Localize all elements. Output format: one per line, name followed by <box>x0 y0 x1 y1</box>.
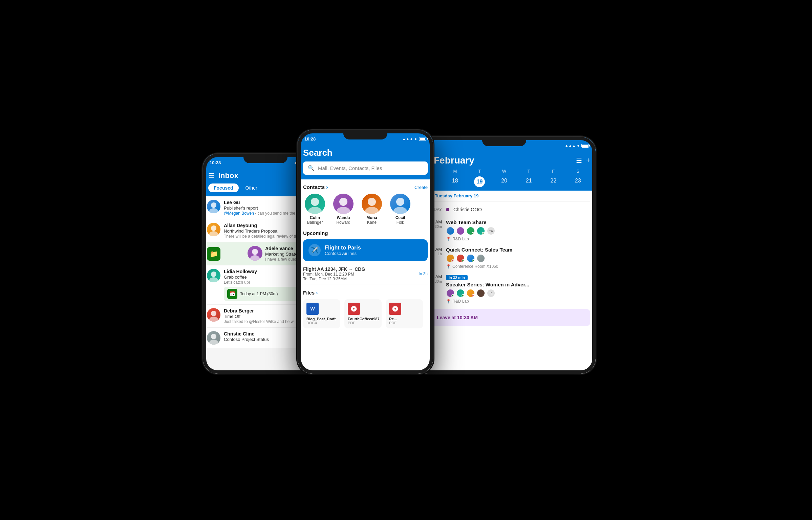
attendee-avatar <box>446 254 455 263</box>
file-name: Blog_Post_Draft <box>306 317 337 321</box>
today-label: Today • Tuesday February 19 <box>418 191 590 201</box>
tab-focused[interactable]: Focused <box>208 183 239 192</box>
event-quick-connect[interactable]: 9:00 AM 1h Quick Connect: Sales Team <box>418 247 590 269</box>
cal-date-19-wrapper[interactable]: 19 <box>467 176 492 187</box>
time-badge: in 32 min <box>446 275 468 280</box>
upcoming-section: Upcoming ✈️ Flight to Paris Contoso Airl… <box>303 230 428 284</box>
event-name: Web Team Share <box>446 219 590 225</box>
cal-month: February <box>434 155 474 166</box>
create-link[interactable]: Create <box>414 185 428 190</box>
svg-point-1 <box>209 208 218 213</box>
event-name: Quick Connect: Sales Team <box>446 247 590 253</box>
tab-other[interactable]: Other <box>241 183 261 192</box>
event-web-team-share[interactable]: 8:30 AM 30m Web Team Share +4 <box>418 219 590 241</box>
svg-point-15 <box>337 207 350 214</box>
search-bar[interactable]: 🔍 Mail, Events, Contacts, Files <box>303 161 428 175</box>
inbox-status-time: 10:28 <box>210 160 221 165</box>
phone-calendar: 10:28 ▲▲▲ ● 📅 February ☰ + S <box>413 137 596 374</box>
flight-name: Flight to Paris <box>325 245 361 251</box>
contact-first-name: Mona <box>360 215 384 220</box>
files-row: W Blog_Post_Draft DOCX FourthCoffee#987 … <box>303 299 428 328</box>
calendar-body: Today • Tuesday February 19 ALL DAY Chri… <box>413 191 596 331</box>
avatar-allan <box>207 223 220 236</box>
file-name: FourthCoffee#987 <box>348 317 378 321</box>
svg-point-16 <box>368 198 376 206</box>
flight-card[interactable]: ✈️ Flight to Paris Contoso Airlines <box>303 239 428 261</box>
svg-point-4 <box>252 249 258 255</box>
cal-date-20[interactable]: 20 <box>492 176 517 187</box>
svg-point-0 <box>211 202 216 208</box>
svg-point-11 <box>209 340 218 345</box>
flight-to: To: Tue, Dec 12 3:35AM <box>303 277 365 281</box>
svg-point-7 <box>209 277 218 282</box>
file-fourth-coffee[interactable]: FourthCoffee#987 PDF <box>344 299 382 328</box>
attendee-avatar <box>456 289 465 298</box>
all-day-event[interactable]: ALL DAY Christie OOO <box>418 204 590 215</box>
add-event-icon[interactable]: + <box>586 156 590 165</box>
email-name: Christie Cline <box>224 331 254 337</box>
flight-airline: Contoso Airlines <box>325 251 361 256</box>
attendee-avatar <box>466 254 475 263</box>
email-name: Allan Deyoung <box>224 223 257 228</box>
avatar-colin <box>305 194 325 214</box>
contact-cecil[interactable]: Cecil Folk <box>388 194 412 225</box>
file-type: PDF <box>389 321 420 325</box>
svg-point-6 <box>211 272 216 277</box>
files-section: Files › W Blog_Post_Draft DOCX FourthCof… <box>303 290 428 328</box>
attendee-avatar <box>446 289 455 298</box>
svg-point-13 <box>308 207 322 214</box>
contact-first-name: Cecil <box>388 215 412 220</box>
contact-colin[interactable]: Colin Ballinger <box>303 194 327 225</box>
svg-point-17 <box>365 207 379 214</box>
search-input[interactable]: Mail, Events, Contacts, Files <box>318 165 382 171</box>
flight-time: In 3h <box>419 272 428 276</box>
contact-last-name: Howard <box>332 220 355 225</box>
event-name: Speaker Series: Women in Adver... <box>446 282 590 287</box>
contacts-section-header: Contacts › Create <box>303 184 428 190</box>
files-label: Files › <box>303 290 318 296</box>
cal-day-s2: S <box>565 169 590 174</box>
cal-day-m: M <box>443 169 468 174</box>
files-section-header: Files › <box>303 290 428 296</box>
contacts-label: Contacts › <box>303 184 328 190</box>
list-view-icon[interactable]: ☰ <box>576 156 582 165</box>
avatar-lidia <box>207 269 220 282</box>
attendee-avatar <box>476 254 485 263</box>
pdf-icon <box>348 303 360 315</box>
event-avatars: +4 <box>446 226 590 235</box>
event-avatars: +1 <box>446 289 590 298</box>
cal-date-18[interactable]: 18 <box>443 176 468 187</box>
avatar-lee-gu <box>207 200 220 213</box>
cal-date-23[interactable]: 23 <box>565 176 590 187</box>
avatar-wanda <box>333 194 354 214</box>
contact-first-name: Wanda <box>332 215 355 220</box>
invite-time: Today at 1 PM (30m) <box>240 291 278 296</box>
attendee-avatar <box>456 254 465 263</box>
attendee-avatar <box>466 226 475 235</box>
file-type: PDF <box>348 321 378 325</box>
event-speaker-series[interactable]: 11:00 AM 1h 30m in 32 min Speaker Series… <box>418 274 590 304</box>
file-re[interactable]: Re... PDF <box>386 299 423 328</box>
hamburger-icon[interactable]: ☰ <box>208 172 214 180</box>
search-title: Search <box>303 148 428 158</box>
avatar-adele <box>248 246 262 261</box>
flight-route-text: Flight AA 1234, JFK → CDG <box>303 266 365 272</box>
cal-date-21[interactable]: 21 <box>516 176 541 187</box>
attendee-avatar <box>456 226 465 235</box>
email-name: Debra Berger <box>224 308 254 313</box>
calendar-header: 📅 February ☰ + S M T W T F S 17 <box>413 152 596 191</box>
leave-text: Leave at 10:30 AM <box>437 315 478 320</box>
file-blog-post[interactable]: W Blog_Post_Draft DOCX <box>303 299 340 328</box>
cal-date-22[interactable]: 22 <box>541 176 566 187</box>
search-header: Search 🔍 Mail, Events, Contacts, Files <box>298 145 433 179</box>
contact-mona[interactable]: Mona Kane <box>360 194 384 225</box>
svg-point-8 <box>211 311 216 316</box>
attendee-avatar <box>476 226 485 235</box>
contact-wanda[interactable]: Wanda Howard <box>332 194 355 225</box>
svg-point-5 <box>250 255 260 261</box>
more-avatars: +1 <box>487 289 495 298</box>
all-day-dot <box>446 208 449 211</box>
event-location: 📍R&D Lab <box>446 299 590 304</box>
flight-from: From: Mon, Dec 11 2:20 PM <box>303 272 365 277</box>
folder-icon: 📁 <box>207 247 220 261</box>
